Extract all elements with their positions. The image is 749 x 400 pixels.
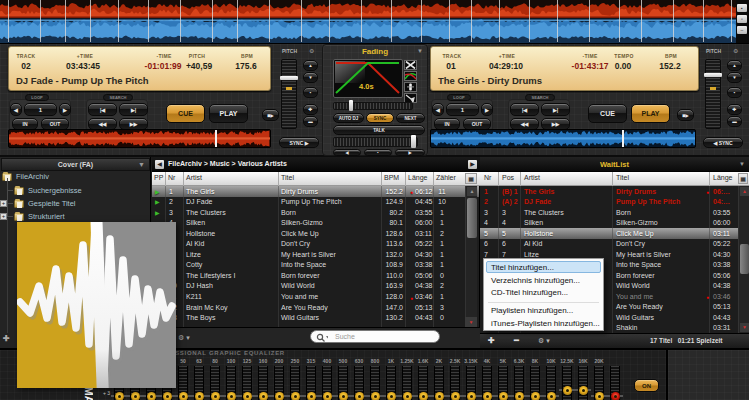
svg-text:4.0s: 4.0s xyxy=(359,82,374,91)
